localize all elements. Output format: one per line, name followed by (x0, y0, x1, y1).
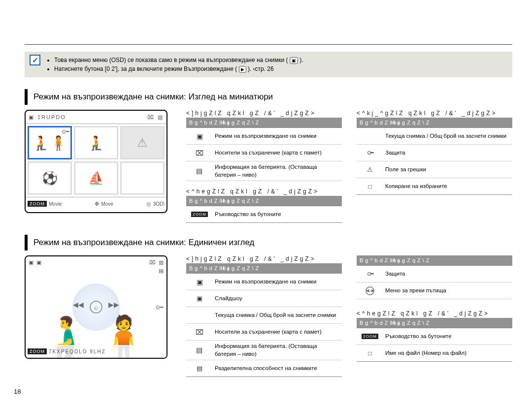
section1-columns: ▣ 1RUPDO ⌧ ▥ 🧎🧍 ⊙━ 🧎 (25, 110, 512, 223)
bottom-move: Move (101, 201, 113, 207)
section2-block-a: <]hjgZlZ qZkl gZ /&' _djZgZ> Bg^bdZlhj H… (186, 255, 342, 377)
legend-text: Носители за съхранение (карта с памет) (215, 328, 339, 336)
check-icon: ✓ (30, 55, 40, 65)
section2-heading: Режим на възпроизвеждане на снимки: Един… (25, 235, 512, 250)
silhouette-icon: 🧎🧍 (33, 135, 67, 151)
section1-heading: Режим на възпроизвеждане на снимки: Изгл… (25, 89, 512, 105)
osd-corner-tr: ⌧ ▥ ▤ (149, 259, 164, 274)
legend-row: ZOOM Ръководство за бутоните (186, 206, 342, 223)
legend-text: Информация за батерията. (Оставаща батер… (215, 163, 339, 179)
legend-row: Име на файл (Номер на файл) (357, 345, 512, 362)
zoom-icon: ZOOM (360, 334, 380, 339)
note-1a: Това екранно меню (OSD) се показва само … (54, 57, 288, 63)
section2-right: <]hjgZlZ qZkl gZ /&' _djZgZ> Bg^bdZlhj H… (186, 255, 512, 377)
photo-mode-icon: ▣ (290, 57, 298, 64)
playback-mode-icon: ▶ (239, 66, 246, 73)
legend-text: Поле за грешки (385, 166, 509, 174)
card-icon (189, 149, 210, 157)
note-1b: ). (299, 57, 303, 63)
thumbnail-3[interactable]: ⚠ (120, 126, 165, 159)
photo-icon: ▣ (29, 259, 33, 266)
thumbnail-grid: 🧎🧍 ⊙━ 🧎 ⚠ ⚽ ⛵ (26, 124, 166, 197)
sub-a-title: <]hjgZlZ qZkl gZ /&' _djZgZ> (186, 110, 342, 117)
legend-row: Защита (357, 266, 512, 282)
osd-bottombar: ZOOM 7KXPEQDLO 9LHZ (26, 345, 166, 358)
note-line-1: Това екранно меню (OSD) се показва само … (54, 56, 303, 64)
osd-title: 1RUPDO (37, 114, 66, 120)
hdr-meaning: HagZqZ\Z (391, 120, 509, 125)
legend-text: Носители за съхранение (карта с памет) (215, 149, 339, 157)
note-banner: ✓ Това екранно меню (OSD) се показва сам… (25, 52, 512, 77)
card-icon: ⌧ (149, 259, 156, 266)
section1-osd-col: ▣ 1RUPDO ⌧ ▥ 🧎🧍 ⊙━ 🧎 (25, 110, 172, 223)
slideshow-icon: ▣ (36, 259, 41, 266)
page: ✓ Това екранно меню (OSD) се показва сам… (0, 0, 532, 377)
legend-row: ◀⌕▶ Меню за преки пътища (357, 282, 512, 299)
legend-row: Разделителна способност на снимките (186, 360, 342, 377)
legend-head: Bg^bdZlhj HagZqZ\Z (186, 263, 342, 273)
resolution-icon (189, 365, 210, 372)
legend-row: Текуща снимка / Общ брой на заснети сним… (186, 307, 342, 324)
legend-text: Режим на възпроизвеждане на снимки (215, 278, 339, 286)
legend-text: Защита (385, 270, 509, 278)
disc-icon: ◀⌕▶ (360, 286, 380, 295)
sub-d-title: <]hjgZlZ qZkl gZ /&' _djZgZ> (186, 255, 342, 262)
next-icon[interactable]: ▶▶ (108, 301, 119, 313)
hdr-icon: Bg^bdZlhj (360, 120, 391, 125)
osd-single-screen: 🧎‍♂️🧍 ◀◀ ⌕ ▶▶ ▣ ▣ (25, 255, 167, 359)
hdr-icon: Bg^bdZlhj (189, 198, 221, 204)
legend-text: Разделителна способност на снимките (215, 365, 339, 373)
note-2a: Натиснете бутона [0 2'], за да включите … (54, 65, 237, 72)
legend-text: Ръководство за бутоните (215, 211, 339, 219)
shortcut-disc[interactable]: ◀◀ ⌕ ▶▶ (72, 283, 120, 331)
osd-thumbnail-screen: ▣ 1RUPDO ⌧ ▥ 🧎🧍 ⊙━ 🧎 (25, 110, 167, 213)
legend-row: Защита (357, 145, 512, 161)
section1-block-b: <^kj_^gZlZ qZkl gZ /&' _djZgZ> Bg^bdZlhj… (357, 110, 512, 223)
disc-center-icon[interactable]: ⌕ (90, 301, 102, 313)
legend-row: Копиране на избраните (357, 178, 512, 195)
prev-icon[interactable]: ◀◀ (73, 301, 84, 313)
silhouette-icon: ⛵ (88, 171, 104, 186)
osd-corner-mr: ⊙━ (156, 304, 164, 311)
legend-text: Режим на възпроизвеждане на снимки (215, 132, 339, 140)
section2-columns: 🧎‍♂️🧍 ◀◀ ⌕ ▶▶ ▣ ▣ (25, 255, 512, 377)
section2-osd-col: 🧎‍♂️🧍 ◀◀ ⌕ ▶▶ ▣ ▣ (25, 255, 172, 377)
legend-row: Режим на възпроизвеждане на снимки (186, 274, 342, 290)
thumbnail-1[interactable]: 🧎🧍 ⊙━ (28, 126, 72, 159)
sub-b-title: <^hegZlZ qZkl gZ /&' _djZgZ> (186, 188, 342, 195)
play-icon: ◎ (146, 201, 151, 207)
battery-icon (189, 346, 210, 354)
legend-text: Текуща снимка / Общ брой на заснети сним… (385, 132, 509, 140)
thumbnail-2[interactable]: 🧎 (74, 126, 118, 159)
legend-text: Защита (385, 149, 509, 157)
thumbnail-4[interactable]: ⚽ (28, 161, 72, 195)
legend-head: Bg^bdZlhj HagZqZ\Z (186, 196, 342, 206)
lock-icon (360, 271, 380, 277)
zoom-icon: ZOOM (189, 212, 210, 217)
photo-icon: ▣ (29, 114, 34, 121)
legend-text: Име на файл (Номер на файл) (385, 349, 509, 357)
legend-text: Информация за батерията. (Оставаща батер… (215, 343, 339, 358)
bottom-movie: Movie (49, 201, 62, 207)
lock-icon: ⊙━ (62, 128, 69, 135)
osd-body: 🧎🧍 ⊙━ 🧎 ⚠ ⚽ ⛵ (26, 124, 166, 197)
thumbnail-5[interactable]: ⛵ (74, 161, 118, 195)
section2-block-b: Bg^bdZlhj HagZqZ\Z Защита ◀⌕▶ Меню за пр… (357, 255, 512, 377)
bottom-play: 3OD\ (153, 201, 165, 207)
hdr-meaning: HagZqZ\Z (221, 265, 339, 271)
sub-c-title: <^kj_^gZlZ qZkl gZ /&' _djZgZ> (357, 110, 512, 117)
sub-e-title: <^hegZlZ qZkl gZ /&' _djZgZ> (357, 310, 512, 317)
card-icon: ⌧ (147, 114, 155, 121)
hdr-icon: Bg^bdZlhj (189, 120, 221, 125)
legend-head: Bg^bdZlhj HagZqZ\Z (186, 118, 342, 127)
thumbnail-6[interactable] (120, 161, 165, 195)
legend-row: ZOOM Ръководство за бутоните (357, 328, 512, 345)
silhouette-icon: 🧎 (88, 135, 105, 151)
legend-row: Информация за батерията. (Оставаща батер… (186, 161, 342, 181)
hdr-meaning: HagZqZ\Z (391, 320, 509, 326)
zoom-badge: ZOOM (28, 348, 47, 354)
copy-icon (360, 183, 380, 190)
legend-head: Bg^bdZlhj HagZqZ\Z (357, 318, 512, 328)
legend-row: Информация за батерията. (Оставаща батер… (186, 341, 342, 360)
hdr-meaning: HagZqZ\Z (221, 198, 339, 204)
